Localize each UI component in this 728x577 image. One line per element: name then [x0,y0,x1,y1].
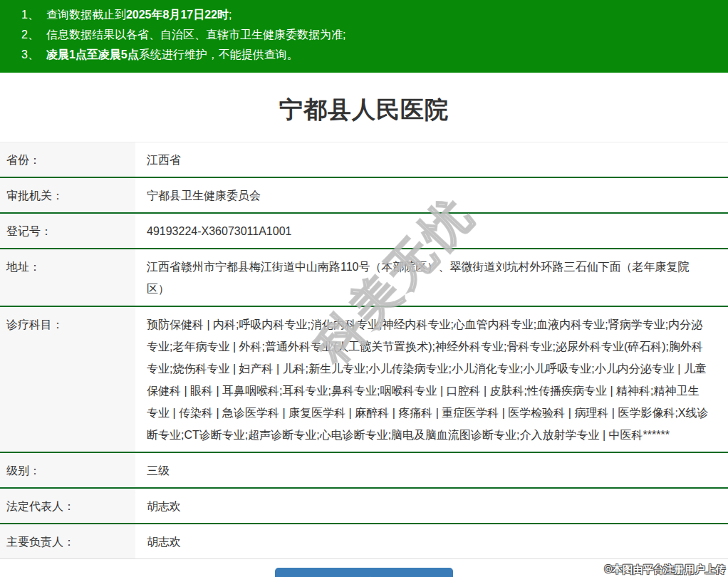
row-label: 审批机关： [0,178,135,212]
row-label: 省份： [0,142,135,177]
credit-watermark: ©本图由平台注册用户上传 [605,563,726,576]
notice-item-bold-text: 2025年8月17日22时 [126,9,229,21]
table-row-province: 省份： 江西省 [0,142,728,178]
row-label: 诊疗科目： [0,307,135,452]
table-row-approval-authority: 审批机关： 宁都县卫生健康委员会 [0,178,728,214]
row-label: 登记号： [0,214,135,248]
row-label: 地址： [0,249,135,306]
row-label: 主要负责人： [0,524,135,558]
row-label: 级别： [0,453,135,487]
row-value: 宁都县卫生健康委员会 [135,178,728,212]
page-title: 宁都县人民医院 [0,94,728,126]
table-row-level: 级别： 三级 [0,453,728,489]
row-value: 49193224-X36073011A1001 [135,214,728,248]
row-label: 法定代表人： [0,489,135,523]
table-row-principal-in-charge: 主要负责人： 胡志欢 [0,524,728,559]
notice-banner: 1、查询数据截止到2025年8月17日22时; 2、信息数据结果以各省、自治区、… [0,0,728,73]
notice-item-bold-text: 凌晨1点至凌晨5点 [46,48,139,61]
table-row-medical-departments: 诊疗科目： 预防保健科 | 内科;呼吸内科专业;消化内科专业;神经内科专业;心血… [0,307,728,453]
notice-item-text: 查询数据截止到 [46,9,126,21]
table-row-legal-representative: 法定代表人： 胡志欢 [0,489,728,524]
notice-item-text: 信息数据结果以各省、自治区、直辖市卫生健康委数据为准; [46,28,345,41]
row-value: 胡志欢 [135,489,728,523]
notice-item-number: 1、 [21,9,39,21]
hospital-info-table: 省份： 江西省 审批机关： 宁都县卫生健康委员会 登记号： 49193224-X… [0,142,728,559]
row-value: 江西省赣州市宁都县梅江街道中山南路110号（本部院区）、翠微街道刘坑村外环路三石… [135,249,728,306]
table-row-address: 地址： 江西省赣州市宁都县梅江街道中山南路110号（本部院区）、翠微街道刘坑村外… [0,249,728,307]
notice-item: 3、凌晨1点至凌晨5点系统进行维护，不能提供查询。 [21,45,721,65]
close-window-button[interactable]: 〖关闭窗口〗 [275,568,453,577]
row-value: 预防保健科 | 内科;呼吸内科专业;消化内科专业;神经内科专业;心血管内科专业;… [135,307,728,452]
notice-item: 2、信息数据结果以各省、自治区、直辖市卫生健康委数据为准; [21,25,721,45]
row-value: 江西省 [135,142,728,177]
notice-item-number: 2、 [21,28,39,41]
notice-item-text: 系统进行维护，不能提供查询。 [139,48,298,61]
table-row-registration-number: 登记号： 49193224-X36073011A1001 [0,214,728,249]
notice-item-text: ; [229,9,232,21]
notice-item: 1、查询数据截止到2025年8月17日22时; [21,5,721,25]
row-value: 三级 [135,453,728,487]
notice-item-number: 3、 [21,48,39,61]
row-value: 胡志欢 [135,524,728,558]
